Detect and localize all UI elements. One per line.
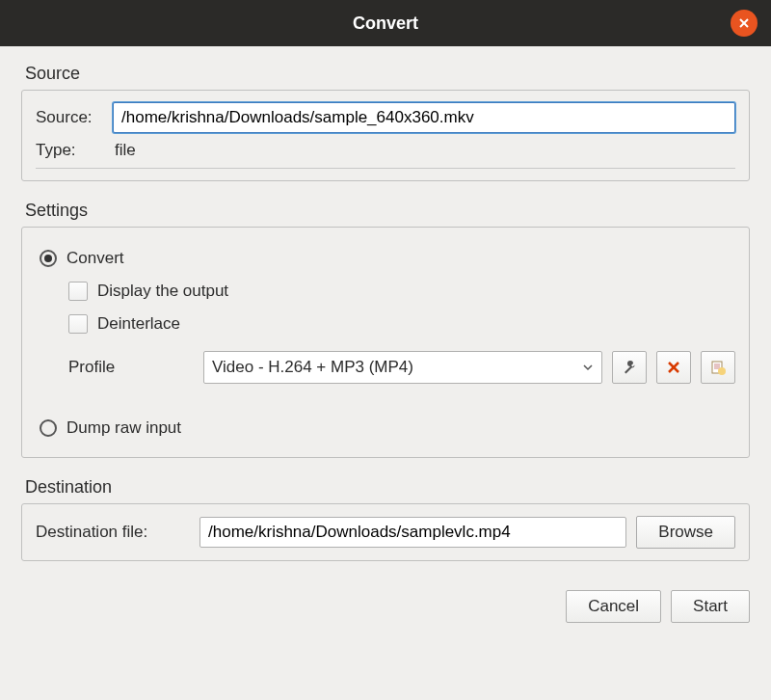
new-profile-button[interactable]: [701, 351, 735, 384]
destination-panel: Destination file: Browse: [21, 503, 750, 561]
source-input[interactable]: [113, 102, 735, 133]
window-title: Convert: [353, 13, 418, 34]
checkbox-icon: [68, 314, 88, 334]
start-button[interactable]: Start: [671, 590, 750, 623]
profile-select[interactable]: Video - H.264 + MP3 (MP4): [203, 351, 602, 384]
radio-icon: [40, 419, 57, 437]
dialog-footer: Cancel Start: [0, 590, 771, 636]
cancel-button[interactable]: Cancel: [566, 590, 661, 623]
radio-icon: [40, 250, 57, 267]
close-icon: [737, 16, 751, 30]
destination-file-input[interactable]: [199, 517, 626, 548]
type-label: Type:: [36, 141, 113, 160]
settings-panel: Convert Display the output Deinterlace P…: [21, 227, 750, 458]
display-output-checkbox[interactable]: Display the output: [68, 282, 735, 301]
profile-label: Profile: [68, 358, 194, 377]
new-document-icon: [709, 359, 727, 376]
chevron-down-icon: [582, 362, 594, 373]
divider: [36, 168, 735, 169]
destination-section-label: Destination: [25, 477, 750, 498]
convert-radio[interactable]: Convert: [40, 249, 735, 268]
svg-point-8: [718, 367, 726, 375]
source-section-label: Source: [25, 64, 750, 84]
display-output-label: Display the output: [97, 282, 228, 301]
dump-raw-label: Dump raw input: [66, 418, 181, 438]
settings-section-label: Settings: [25, 201, 750, 221]
profile-value: Video - H.264 + MP3 (MP4): [212, 358, 413, 377]
edit-profile-button[interactable]: [612, 351, 647, 384]
checkbox-icon: [68, 282, 88, 301]
titlebar: Convert: [0, 0, 771, 46]
source-label: Source:: [36, 108, 113, 127]
source-panel: Source: Type: file: [21, 90, 750, 181]
type-value: file: [113, 141, 136, 160]
deinterlace-checkbox[interactable]: Deinterlace: [68, 314, 735, 334]
x-icon: [666, 360, 681, 375]
browse-button[interactable]: Browse: [636, 516, 735, 549]
delete-profile-button[interactable]: [656, 351, 691, 384]
wrench-icon: [621, 359, 638, 376]
dump-raw-radio[interactable]: Dump raw input: [40, 418, 735, 438]
convert-radio-label: Convert: [66, 249, 124, 268]
destination-file-label: Destination file:: [36, 523, 190, 542]
deinterlace-label: Deinterlace: [97, 314, 180, 334]
close-button[interactable]: [731, 10, 758, 37]
